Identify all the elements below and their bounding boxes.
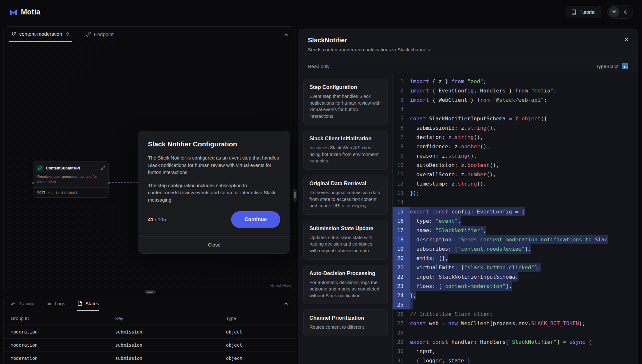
line-content: confidence: z.number(),	[410, 142, 490, 151]
line-content: // Initialize Slack client	[410, 309, 493, 319]
line-content: const web = new WebClient(process.env.SL…	[410, 319, 585, 328]
line-content: const SlackNotifierInputSchema = z.objec…	[410, 114, 547, 123]
table-row[interactable]: moderationsubmissionobject	[4, 338, 296, 351]
doc-section-card[interactable]: Slack Client InitializationInitializes S…	[303, 130, 388, 170]
line-content: import { z } from "zod";	[410, 77, 486, 86]
code-line: 24};	[393, 291, 637, 300]
doc-section-card[interactable]: Original Data RetrievalRetrieves origina…	[303, 175, 388, 215]
sun-icon: ☀	[612, 9, 616, 15]
line-number: 29	[393, 337, 410, 347]
close-icon[interactable]: ×	[624, 35, 629, 44]
code-line: 31 { logger, state }	[393, 356, 637, 364]
tutorial-button[interactable]: Tutorial	[566, 6, 601, 18]
expand-node-icon[interactable]	[101, 166, 105, 170]
line-content: flows: ["content-moderation"],	[410, 282, 512, 291]
code-line: 16 type: "event",	[393, 216, 637, 226]
bottom-panel: Tracing Logs States Group ID Key	[3, 296, 296, 364]
react-flow-attribution[interactable]: React Flow	[270, 283, 291, 288]
table-row[interactable]: moderationsubmissionobject	[4, 351, 296, 364]
doc-section-card[interactable]: Step ConfigurationEvent step that handle…	[303, 79, 388, 125]
tracing-icon	[11, 301, 16, 306]
table-cell: moderation	[11, 329, 115, 334]
line-number: 9	[393, 151, 410, 160]
motia-logo-icon	[9, 8, 18, 16]
tab-states[interactable]: States	[77, 296, 99, 311]
table-cell: object	[226, 356, 289, 361]
brand[interactable]: Motia	[9, 8, 40, 16]
tab-endpoint[interactable]: Endpoint	[86, 27, 114, 42]
line-content: overallScore: z.number(),	[410, 170, 496, 179]
tab-label: States	[85, 301, 99, 306]
continue-button[interactable]: Continue	[231, 211, 280, 228]
table-row[interactable]: moderationsubmissionobject	[4, 325, 296, 338]
doc-section-card[interactable]: Auto-Decision ProcessingFor automatic de…	[303, 265, 388, 305]
doc-section-title: Channel Prioritization	[309, 315, 382, 321]
node-endpoint: POST /content/submit	[33, 187, 108, 197]
doc-section-description: For automatic decisions, logs the outcom…	[309, 279, 382, 299]
endpoint-label: Endpoint	[94, 31, 114, 37]
line-number: 10	[393, 160, 410, 170]
code-line: 19 subscribes: ["content.needsReview"],	[393, 244, 637, 254]
line-number: 25	[393, 300, 410, 309]
table-cell: object	[226, 342, 289, 348]
line-content: subscribes: ["content.needsReview"],	[410, 244, 531, 254]
node-description: Receives user-generated content for mode…	[33, 173, 108, 187]
moon-icon: ☾	[624, 9, 629, 15]
doc-section-card[interactable]: Channel PrioritizationRoutes content to …	[303, 309, 388, 336]
brand-name: Motia	[21, 8, 40, 16]
doc-section-card[interactable]: Submission State UpdateUpdates submissio…	[303, 220, 388, 260]
line-number: 8	[393, 142, 410, 151]
doc-sections-list[interactable]: Step ConfigurationEvent step that handle…	[299, 74, 393, 364]
line-number: 23	[393, 282, 410, 291]
language-indicator: TypeScript TS	[596, 63, 628, 69]
progress-separator: /	[153, 217, 158, 222]
node-title: ContentSubmitAPI	[46, 166, 99, 170]
line-number: 31	[393, 356, 410, 364]
book-icon	[571, 9, 577, 15]
table-cell: object	[226, 329, 289, 334]
tab-tracing[interactable]: Tracing	[11, 296, 34, 311]
close-tutorial-button[interactable]: Close	[138, 236, 290, 253]
code-line: 27const web = new WebClient(process.env.…	[393, 319, 637, 328]
line-number: 17	[393, 226, 410, 235]
column-header-key: Key	[115, 316, 226, 321]
node-content-submit-api[interactable]: ContentSubmitAPI Receives user-generated…	[33, 161, 109, 198]
code-line: 21 virtualEmits: ["slack.button.clicked"…	[393, 263, 637, 272]
modal-paragraph: The step configuration includes subscrip…	[148, 182, 280, 204]
line-content: import { EventConfig, Handlers } from "m…	[410, 86, 557, 95]
code-editor[interactable]: 1import { z } from "zod";2import { Event…	[393, 74, 637, 364]
tutorial-progress: 41 / 105	[148, 217, 166, 222]
chevron-up-down-icon	[65, 32, 70, 37]
line-number: 22	[393, 272, 410, 282]
code-line: 1import { z } from "zod";	[393, 77, 637, 86]
panel-resize-handle-horizontal[interactable]	[144, 290, 156, 294]
collapse-canvas-button[interactable]	[282, 30, 291, 39]
line-content: import { WebClient } from "@slack/web-ap…	[410, 95, 547, 105]
code-line: 25	[393, 300, 637, 309]
node-input-port[interactable]	[32, 182, 34, 184]
line-content: emits: [],	[410, 254, 448, 263]
line-number: 21	[393, 263, 410, 272]
line-content: autoDecision: z.boolean(),	[410, 160, 499, 170]
code-line: 8 confidence: z.number(),	[393, 142, 637, 151]
line-number: 2	[393, 86, 410, 95]
light-theme-button[interactable]: ☀	[609, 6, 620, 17]
code-line: 17 name: "SlackNotifier",	[393, 226, 637, 235]
typescript-icon: TS	[622, 63, 628, 69]
dark-theme-button[interactable]: ☾	[621, 6, 632, 17]
flow-selector[interactable]: content-moderation	[9, 27, 72, 42]
tab-logs[interactable]: Logs	[47, 296, 65, 311]
line-number: 12	[393, 179, 410, 188]
logs-icon	[47, 301, 52, 306]
line-number: 16	[393, 216, 410, 226]
line-number: 5	[393, 114, 410, 123]
states-table-body: moderationsubmissionobjectmoderationsubm…	[4, 325, 296, 364]
panel-resize-handle-vertical[interactable]	[293, 189, 297, 202]
line-number: 4	[393, 105, 410, 114]
collapse-bottom-panel-button[interactable]	[282, 299, 291, 308]
code-line: 29export const handler: Handlers["SlackN…	[393, 337, 637, 347]
line-content: name: "SlackNotifier",	[410, 226, 486, 235]
code-panel-header: SlackNotifier Sends content moderation n…	[299, 29, 637, 58]
code-detail-panel: SlackNotifier Sends content moderation n…	[299, 29, 638, 364]
line-number: 11	[393, 170, 410, 179]
